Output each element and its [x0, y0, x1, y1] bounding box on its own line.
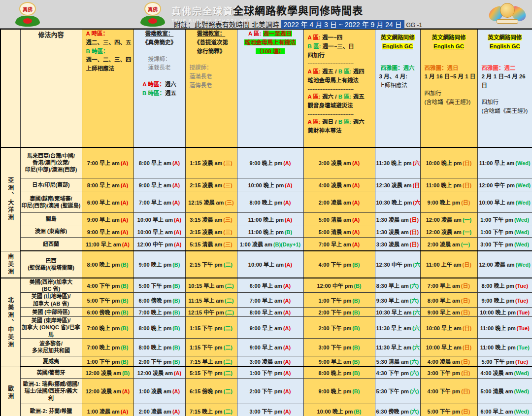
- zone-tag: (A): [122, 242, 130, 247]
- zone-tag: (日): [463, 262, 471, 268]
- time-cell: 4:00 下午 pm(B): [82, 278, 133, 293]
- time-text: 10:00 早上 am: [248, 262, 284, 268]
- time-text: 12:00 凌晨 am: [137, 370, 173, 376]
- b-zone-label: B 區:: [338, 119, 352, 125]
- time-text: 10:30 晚上 pm: [376, 200, 412, 206]
- time-text: 5:00 下午 pm: [87, 298, 120, 304]
- time-cell: 10:00 晚上 pm(Tue): [477, 308, 532, 317]
- time-cell: 8:00 晚上 pm(B): [133, 338, 185, 356]
- zone-tag: (六): [410, 359, 419, 365]
- time-text: 10:00 早上 am: [479, 200, 514, 206]
- practice-name: 上師相應法: [376, 81, 419, 90]
- time-cell: 2:00 下午 pm(B): [303, 308, 375, 317]
- location-line: 美國 (山地時區)/: [22, 293, 81, 300]
- time-text: 8:00 晚上 pm: [139, 325, 172, 331]
- time-cell: 6:00 傍晚 pm(B): [133, 293, 185, 308]
- wing-emblem-icon: [489, 2, 526, 27]
- time-cell: 11:30 早上 am(六): [375, 338, 420, 356]
- table-row: 夏威夷1:00 下午 pm(B)2:00 下午 pm(B)7:15 早上 am(…: [0, 356, 532, 367]
- time-cell: 2:00 下午 pm(A): [237, 378, 303, 404]
- time-text: 11:00 早上 am: [86, 242, 121, 247]
- location-line: (聖保羅)/(福塔雷薩): [22, 264, 81, 271]
- zone-tag: (A): [172, 388, 180, 394]
- zone-tag: (日): [461, 200, 470, 206]
- time-cell: 7:00 晚上 pm(B): [82, 317, 133, 339]
- time-cell: 7:00 早上 am(A): [133, 192, 185, 212]
- time-text: 2:00 下午 pm: [139, 359, 172, 365]
- practice-name: 黃財神本尊法: [308, 127, 374, 136]
- zone-tag: (Wed): [516, 182, 531, 188]
- time-text: 3:15 凌晨 am: [190, 217, 222, 223]
- zone-tag: (日): [410, 229, 419, 235]
- zone-tag: (A): [172, 409, 180, 415]
- time-cell: 8:00 早上 am(日): [420, 293, 477, 308]
- time-text: 10:00 早上 am: [426, 345, 462, 350]
- time-text: 8:00 早上 am: [87, 182, 120, 188]
- time-text: 8:00 晚上 pm: [481, 283, 514, 289]
- location-line: 英國/葡萄牙: [22, 369, 81, 376]
- time-text: 8:00 晚上 pm: [139, 345, 172, 350]
- time-text: 4:00 凌晨 am: [481, 370, 513, 376]
- zone-tag: (日): [463, 345, 471, 350]
- time-text: 1:15 下午 pm: [190, 345, 223, 350]
- time-text: 10:00 晚上 pm: [480, 310, 516, 315]
- zone-tag: (B): [352, 262, 360, 268]
- zone-tag: (六): [412, 345, 420, 350]
- time-cell: 3:00 下午 pm(日): [420, 367, 477, 378]
- zone-tag: (Wed): [514, 409, 529, 415]
- time-cell: 7:15 早上 am(二): [185, 356, 237, 367]
- time-text: 9:00 早上 am: [428, 310, 460, 315]
- teacher-name: 蓮傳長老: [187, 81, 236, 90]
- time-cell: 4:00 凌晨 am(日): [420, 356, 477, 367]
- time-cell: 10:00 早上 am(A): [133, 226, 185, 237]
- time-text: 3:00 凌晨 am: [319, 160, 351, 166]
- top-banner: 真佛 真佛 真佛宗全球資訊網 TRUE BUDDHA SCHOOL NET 全球…: [0, 0, 532, 29]
- time-text: 2:15 下午 pm: [190, 262, 223, 268]
- zone-tag: (B): [354, 283, 361, 289]
- time-cell: 12:00 中午 pm(B): [303, 278, 375, 293]
- english-gc-title: English GC: [382, 43, 413, 49]
- zone-tag: (B): [352, 325, 360, 331]
- location-line: 印尼(中部)/澳洲(西部): [22, 166, 81, 173]
- b-zone-label: B 區:: [338, 69, 352, 74]
- time-text: 10:30 早上 am: [376, 310, 412, 315]
- schedule-table: 修法內容 A 時區： 週二、三、四、五 B 時區： 週一、二、三、四 上師相應法…: [0, 29, 532, 416]
- practice-note: (含唸誦《高王經》): [422, 98, 476, 107]
- time-text: 7:00 晚上 pm: [87, 345, 120, 350]
- a-day: 週五 /: [322, 69, 336, 74]
- time-cell: 9:00 晚上 pm(日): [420, 192, 477, 212]
- time-text: 10:00 早上 am: [426, 325, 462, 331]
- time-text: 6:00 早上 am: [250, 283, 282, 289]
- time-cell: 1:00 下午 pm(B): [82, 356, 133, 367]
- table-row: 北美洲、中美洲美國(西岸)/加拿大(BC 省)4:00 下午 pm(B)5:00…: [0, 278, 532, 293]
- time-cell: 12:00 中午 pm(Wed): [477, 178, 532, 192]
- table-row: 歐洲-1: 瑞典/挪威/德國/瑞士/法國/西班牙/義大利12:00 凌晨 am(…: [0, 378, 532, 404]
- time-cell: 2:00 下午 pm(B): [303, 317, 375, 339]
- time-text: 9:00 早上 am: [250, 325, 282, 331]
- time-cell: 8:00 早上 am(A): [133, 147, 185, 178]
- table-row: 紐西蘭11:00 早上 am(A)12:00 中午 pm(A)5:15 清晨 a…: [0, 237, 532, 251]
- location-cell: 美國(西岸)/加拿大(BC 省): [20, 278, 82, 293]
- time-text: 10:00 晚上 pm: [426, 160, 462, 166]
- time-cell: 2:00 凌晨 am(一): [420, 237, 477, 251]
- location-cell: 泰國/越南/柬埔寨/印尼(西部)/澳洲 (聖誕島): [20, 192, 82, 212]
- time-cell: 10:00 晚上 pm(A): [237, 178, 303, 192]
- time-text: 1:00 下午 pm: [319, 298, 352, 304]
- time-cell: 8:00 晚上 pm(Tue): [477, 278, 532, 293]
- time-text: 3:00 下午 pm: [250, 409, 283, 415]
- time-cell: 3:00 凌晨 am(A): [237, 356, 303, 367]
- zone-tag: (Tue): [517, 345, 530, 350]
- table-row: 歐洲-2: 芬蘭/希臘1:00 凌晨 am(A)2:00 凌晨 am(A)7:1…: [0, 404, 532, 416]
- zone-tag: (Wed): [516, 262, 531, 268]
- location-line: 泰國/越南/柬埔寨/: [22, 195, 81, 202]
- location-line: 夏威夷: [22, 358, 81, 365]
- time-text: 7:00 早上 am: [87, 160, 120, 166]
- table-row: 波多黎各/多米尼加共和國7:00 晚上 pm(B)8:00 晚上 pm(B)1:…: [0, 338, 532, 356]
- zone-tag: (Wed): [514, 370, 529, 376]
- time-text: 12:00 凌晨 am: [426, 217, 462, 223]
- zone-tag: (A): [283, 370, 291, 376]
- location-line: 美國(西岸)/加拿大: [22, 278, 81, 285]
- zone-tag: (日): [461, 298, 470, 304]
- zone-tag: (Tue): [517, 325, 530, 331]
- a-day: 週六 /: [322, 94, 336, 100]
